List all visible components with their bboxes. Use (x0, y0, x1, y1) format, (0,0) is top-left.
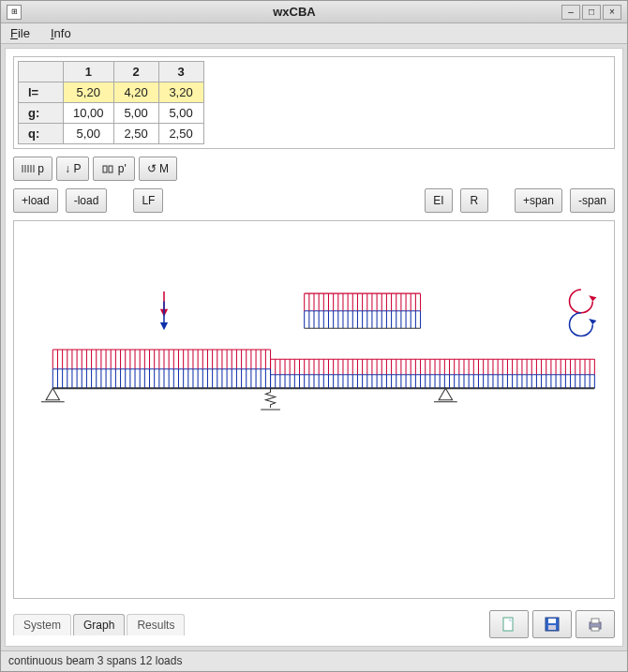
col-header: 2 (113, 62, 158, 82)
tab-system[interactable]: System (13, 614, 71, 635)
svg-marker-303 (589, 319, 596, 324)
save-icon (544, 616, 561, 633)
table-cell[interactable]: 3,20 (158, 82, 203, 103)
row-header: q: (19, 124, 64, 144)
print-icon (587, 616, 604, 633)
table-cell[interactable]: 10,00 (64, 103, 114, 124)
load-type-point-button[interactable]: ↓ P (56, 157, 89, 181)
delete-span-button[interactable]: -span (570, 188, 615, 213)
restraints-button[interactable]: R (460, 188, 488, 213)
menu-file[interactable]: File (7, 24, 34, 42)
distributed-load-icon (22, 163, 35, 174)
svg-rect-311 (591, 627, 599, 631)
span-table-panel: 123l=5,204,203,20g:10,005,005,00q:5,002,… (13, 56, 615, 149)
load-type-toolbar: p ↓ P p' ↺ M (13, 157, 615, 181)
svg-marker-8 (46, 388, 59, 399)
beam-diagram (14, 221, 614, 598)
add-span-button[interactable]: +span (515, 188, 562, 213)
row-header: l= (19, 82, 64, 103)
tab-results[interactable]: Results (127, 614, 185, 635)
svg-rect-304 (503, 618, 513, 631)
close-button[interactable]: × (603, 5, 621, 20)
moment-icon: ↺ (147, 162, 157, 175)
col-header: 3 (158, 62, 203, 82)
delete-load-button[interactable]: -load (66, 188, 108, 213)
minimize-button[interactable]: – (561, 5, 580, 20)
svg-marker-302 (589, 295, 596, 301)
table-cell[interactable]: 5,00 (158, 103, 203, 124)
app-window: ⊞ wxCBA – □ × File Info 123l=5,204,203,2… (0, 0, 628, 672)
client-area: 123l=5,204,203,20g:10,005,005,00q:5,002,… (5, 48, 623, 647)
table-cell[interactable]: 4,20 (113, 82, 158, 103)
svg-rect-6 (109, 166, 112, 172)
svg-rect-310 (591, 619, 599, 623)
app-icon: ⊞ (7, 5, 22, 20)
load-type-moment-button[interactable]: ↺ M (139, 157, 177, 181)
action-bar: +load -load LF EI R +span -span (13, 188, 615, 213)
table-cell[interactable]: 5,00 (113, 103, 158, 124)
svg-rect-307 (548, 619, 556, 623)
new-document-icon (501, 616, 517, 633)
tab-graph[interactable]: Graph (73, 614, 125, 635)
partial-load-icon (101, 163, 114, 174)
status-bar: continuous beam 3 spans 12 loads (1, 650, 627, 671)
maximize-button[interactable]: □ (582, 5, 601, 20)
titlebar: ⊞ wxCBA – □ × (1, 1, 627, 23)
bottom-bar: System Graph Results (13, 610, 615, 638)
menubar: File Info (1, 23, 627, 44)
table-cell[interactable]: 5,00 (64, 124, 114, 144)
table-cell[interactable]: 2,50 (113, 124, 158, 144)
col-header: 1 (64, 62, 114, 82)
tabs: System Graph Results (13, 614, 185, 635)
menu-info[interactable]: Info (47, 24, 75, 42)
svg-rect-5 (103, 166, 107, 172)
window-title: wxCBA (27, 5, 561, 19)
save-button[interactable] (532, 610, 572, 638)
svg-rect-308 (548, 625, 556, 630)
print-button[interactable] (576, 610, 615, 638)
table-cell[interactable]: 5,20 (64, 82, 114, 103)
graph-panel (13, 220, 615, 599)
svg-marker-11 (439, 388, 452, 399)
row-header: g: (19, 103, 64, 124)
table-cell[interactable]: 2,50 (158, 124, 203, 144)
new-button[interactable] (489, 610, 529, 638)
load-type-partial-button[interactable]: p' (93, 157, 134, 181)
span-table[interactable]: 123l=5,204,203,20g:10,005,005,00q:5,002,… (18, 61, 204, 144)
add-load-button[interactable]: +load (13, 188, 58, 213)
load-factor-button[interactable]: LF (133, 188, 163, 213)
ei-button[interactable]: EI (425, 188, 453, 213)
status-text: continuous beam 3 spans 12 loads (8, 654, 182, 667)
svg-marker-248 (160, 322, 168, 330)
load-type-distributed-button[interactable]: p (13, 157, 52, 181)
down-arrow-icon: ↓ (65, 162, 70, 175)
